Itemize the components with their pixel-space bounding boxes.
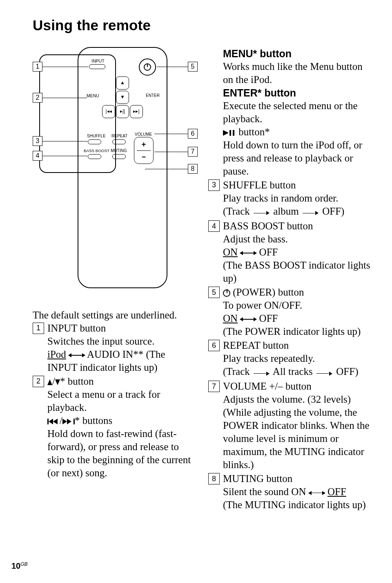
label-shuffle: SHUFFLE: [87, 134, 106, 139]
label-bassboost: BASS BOOST: [84, 148, 109, 154]
entry-5-note: (The POWER indicator lights up): [223, 325, 372, 338]
entry-4-note: (The BASS BOOST indicator lights up): [223, 259, 372, 285]
arrow-right-icon: [301, 206, 320, 219]
double-arrow-icon: [240, 317, 256, 322]
num-box-8: 8: [208, 473, 220, 484]
leader-8: [145, 169, 188, 170]
repeat-button-shape: [112, 139, 126, 144]
leader-2: [42, 98, 87, 99]
entry-8-line: Silent the sound ON OFF: [223, 485, 372, 498]
entry-5-body: To power ON/OFF.: [223, 299, 372, 312]
double-arrow-icon: [69, 353, 85, 358]
entry-4: 4 BASS BOOST button Adjust the bass. ON …: [208, 220, 372, 285]
entry-7-body: Adjusts the volume. (32 levels) (While a…: [223, 393, 372, 471]
arrow-right-icon: [252, 206, 271, 219]
bassboost-button-shape: [88, 154, 101, 159]
arrow-right-icon: [252, 366, 271, 379]
num-box-5: 5: [208, 287, 220, 298]
entry-3-head: SHUFFLE button: [223, 179, 372, 192]
entry-3-body: Play tracks in random order.: [223, 192, 372, 205]
label-muting: MUTING: [111, 148, 127, 154]
column-left: INPUT ▲ ▼ |◂◂ ▸|| ▸▸| MENU ENTER SHUFFLE…: [33, 47, 196, 513]
entry-2-btn-suffix: * button: [60, 376, 94, 387]
leader-4: [42, 156, 87, 157]
double-arrow-icon: [309, 491, 325, 496]
page-region: GB: [20, 561, 27, 567]
leader-6: [154, 134, 188, 135]
playpause-suffix: button*: [236, 126, 270, 137]
entry-5-head: (POWER) button: [223, 286, 372, 299]
callout-5: 5: [188, 62, 198, 72]
entry-3: 3 SHUFFLE button Play tracks in random o…: [208, 179, 372, 219]
leader-3: [42, 141, 87, 142]
entry-8: 8 MUTING button Silent the sound ON OFF …: [208, 472, 372, 511]
nav-next-icon: ▸▸|: [130, 105, 143, 118]
callout-2: 2: [33, 93, 42, 103]
nav-down-icon: ▼: [116, 91, 129, 104]
shuffle-button-shape: [88, 139, 101, 144]
entry-5-on: ON: [223, 313, 238, 324]
num-box-3: 3: [208, 179, 220, 191]
navpad: ▲ ▼ |◂◂ ▸|| ▸▸|: [102, 76, 143, 117]
label-enter: ENTER: [146, 93, 160, 99]
arrow-up-icon: [47, 379, 52, 385]
power-icon: [139, 58, 156, 76]
entry-2-line2: Hold down to fast-rewind (fast-forward),…: [47, 427, 196, 480]
entry-4-off: OFF: [256, 247, 278, 258]
volume-rocker-shape: [134, 137, 154, 164]
num-box-4: 4: [208, 220, 220, 232]
label-repeat: REPEAT: [111, 134, 127, 139]
enter-body: Execute the selected menu or the playbac…: [223, 99, 372, 126]
prev-track-icon: [47, 419, 60, 424]
playpause-body: Hold down to turn the iPod off, or press…: [223, 139, 372, 178]
seq-track: (Track: [223, 206, 250, 217]
leader-5: [157, 67, 188, 67]
nav-up-icon: ▲: [116, 76, 129, 90]
entry-8-pre: Silent the sound ON: [223, 486, 306, 497]
double-arrow-icon: [240, 251, 256, 256]
entry-8-head: MUTING button: [223, 472, 372, 485]
arrow-down-icon: [55, 379, 60, 385]
entry-5-off: OFF: [256, 313, 278, 324]
entry-4-head: BASS BOOST button: [223, 220, 372, 233]
entry-6-head: REPEAT button: [223, 339, 372, 352]
entry-2-btns-suffix: * buttons: [75, 415, 112, 426]
callout-3: 3: [33, 136, 42, 146]
label-input: INPUT: [90, 58, 106, 64]
nav-prev-icon: |◂◂: [102, 105, 115, 118]
entry-7-head: VOLUME +/– button: [223, 380, 372, 393]
num-box-2: 2: [33, 376, 44, 387]
callout-7: 7: [188, 147, 198, 157]
play-pause-icon: [223, 130, 236, 136]
seq-track: (Track: [223, 366, 250, 377]
entry-6-seq: (Track All tracks OFF): [223, 365, 372, 379]
entry-4-onoff: ON OFF: [223, 246, 372, 259]
next-track-icon: [62, 419, 75, 424]
label-menu: MENU: [87, 93, 99, 99]
power-icon-inline: [223, 289, 230, 297]
entry-5: 5 (POWER) button To power ON/OFF. ON OFF…: [208, 286, 372, 338]
entry-2-line1: Select a menu or a track for playback.: [47, 388, 196, 414]
intro-text: The default settings are underlined.: [33, 309, 196, 322]
menu-head: MENU* button: [223, 47, 372, 60]
entry-6: 6 REPEAT button Play tracks repeatedly. …: [208, 339, 372, 379]
entry-1-modes: iPod AUDIO IN** (The INPUT indicator lig…: [47, 348, 196, 374]
seq-off: OFF): [334, 366, 358, 377]
page-title: Using the remote: [33, 16, 372, 35]
seq-off: OFF): [320, 206, 344, 217]
page-columns: INPUT ▲ ▼ |◂◂ ▸|| ▸▸| MENU ENTER SHUFFLE…: [33, 47, 372, 513]
entry-3-seq: (Track album OFF): [223, 205, 372, 219]
enter-head: ENTER* button: [223, 86, 372, 99]
menu-body: Works much like the Menu button on the i…: [223, 60, 372, 86]
entry-5-head-text: (POWER) button: [230, 287, 304, 298]
page-number-value: 10: [11, 561, 20, 570]
leader-1: [42, 67, 88, 67]
nav-playpause-icon: ▸||: [116, 105, 129, 118]
entry-1-head: INPUT button: [47, 322, 196, 335]
input-button-shape: [89, 64, 105, 69]
playpause-head: button*: [223, 126, 372, 139]
num-box-7: 7: [208, 381, 220, 392]
leader-7: [154, 152, 188, 152]
entry-1: 1 INPUT button Switches the input source…: [33, 322, 196, 374]
callout-6: 6: [188, 129, 198, 139]
